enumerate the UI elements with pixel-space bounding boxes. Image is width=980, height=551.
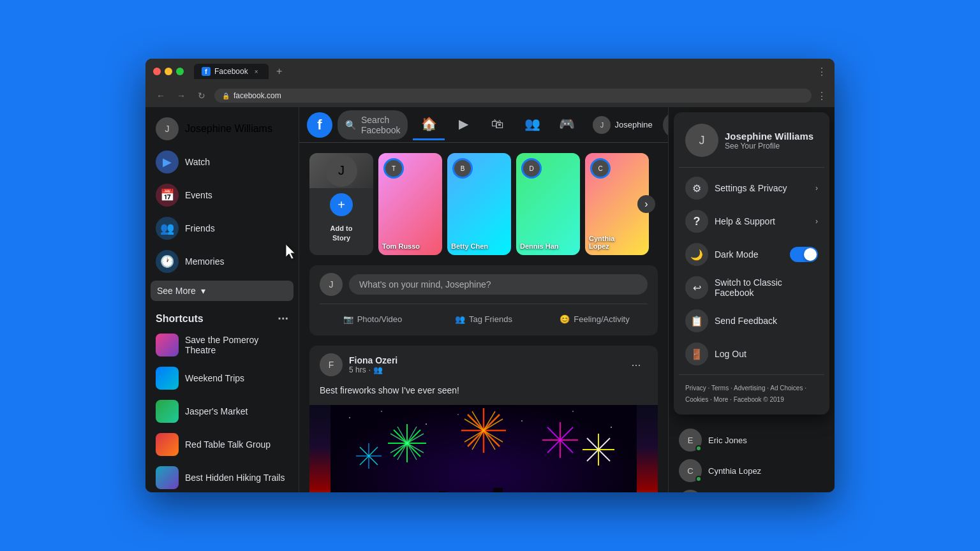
stories-next-button[interactable]: › [637, 195, 655, 213]
story-name: CynthiaLopez [589, 235, 645, 250]
post-user-info: Fiona Ozeri 5 hrs · 👥 [349, 355, 618, 374]
sidebar-user-item[interactable]: J Josephine Williams [151, 112, 293, 145]
shortcut-item[interactable]: Weekend Trips [151, 362, 293, 395]
shortcut-item[interactable]: Best Hidden Hiking Trails [151, 461, 293, 492]
tab-title: Facebook [214, 67, 248, 76]
friends-icon: 👥 [156, 217, 179, 240]
shortcut-label: Weekend Trips [185, 373, 244, 383]
fb-app: J Josephine Williams ▶ Watch 📅 Events 👥 … [145, 107, 835, 492]
shortcut-label: Best Hidden Hiking Trails [185, 473, 285, 483]
fb-logo-button[interactable]: f [307, 112, 332, 138]
shortcut-label: Jasper's Market [185, 406, 248, 416]
shortcut-item[interactable]: Save the Pomeroy Theatre [151, 328, 293, 362]
shortcuts-more-button[interactable]: ··· [278, 311, 288, 326]
nav-tab-gaming[interactable]: 🎮 [551, 110, 583, 140]
post-more-button[interactable]: ··· [625, 353, 648, 376]
browser-chrome: f Facebook × + ⋮ ← → ↻ 🔒 facebook.com ⋮ [145, 59, 835, 107]
dark-mode-item[interactable]: 🌙 Dark Mode [679, 238, 824, 271]
add-story-card[interactable]: J + Add toStory [309, 153, 373, 255]
send-feedback-item[interactable]: 📋 Send Feedback [679, 304, 824, 337]
dropdown-divider [679, 167, 824, 168]
svg-point-4 [457, 414, 459, 415]
settings-privacy-label: Settings & Privacy [715, 183, 809, 193]
shortcut-item[interactable]: Jasper's Market [151, 395, 293, 428]
log-out-label: Log Out [715, 349, 818, 359]
footer-copyright: Facebook © 2019 [734, 396, 784, 403]
address-bar[interactable]: 🔒 facebook.com [214, 89, 812, 103]
footer-more[interactable]: More [713, 396, 728, 403]
minimize-traffic-light[interactable] [165, 68, 172, 75]
post-card: F Fiona Ozeri 5 hrs · 👥 ··· Best firewor… [309, 346, 658, 492]
watch-icon: ▶ [156, 151, 179, 173]
contact-item[interactable]: E Eric Jones [674, 425, 829, 455]
close-traffic-light[interactable] [153, 68, 161, 75]
see-more-button[interactable]: See More ▾ [151, 281, 293, 301]
post-input[interactable]: What's on your mind, Josephine? [349, 274, 648, 295]
story-card[interactable]: B Betty Chen [447, 153, 511, 255]
nav-tab-groups[interactable]: 👥 [516, 110, 548, 140]
dot-separator: · [369, 365, 371, 374]
dropdown-user-item[interactable]: J Josephine Williams See Your Profile [679, 117, 824, 163]
footer-ad-choices[interactable]: Ad Choices [770, 385, 803, 392]
main-feed: f 🔍 Search Facebook 🏠 ▶ 🛍 👥 🎮 J Josephin… [299, 107, 669, 492]
browser-options-button[interactable]: ⋮ [817, 90, 827, 102]
shortcut-item[interactable]: Red Table Talk Group [151, 428, 293, 461]
contact-name: Eric Jones [708, 436, 747, 445]
contact-item[interactable]: C Cynthia Lopez [674, 455, 829, 486]
contact-avatar: C [679, 459, 702, 482]
sidebar-item-memories[interactable]: 🕐 Memories [151, 245, 293, 278]
footer-privacy[interactable]: Privacy [685, 385, 706, 392]
svg-point-1 [349, 417, 350, 418]
post-text: Best fireworks show I've ever seen! [309, 384, 658, 405]
story-name: Dennis Han [520, 242, 576, 250]
back-button[interactable]: ← [153, 88, 168, 103]
sidebar-item-friends[interactable]: 👥 Friends [151, 212, 293, 245]
maximize-traffic-light[interactable] [176, 68, 184, 75]
contact-item[interactable]: B Betty Chen [674, 486, 829, 492]
help-support-item[interactable]: ? Help & Support › [679, 205, 824, 238]
sidebar-item-watch[interactable]: ▶ Watch [151, 145, 293, 179]
user-nav-button[interactable]: J Josephine [588, 114, 657, 136]
footer-cookies[interactable]: Cookies [685, 396, 708, 403]
forward-button[interactable]: → [174, 88, 189, 103]
search-bar[interactable]: 🔍 Search Facebook [338, 110, 408, 140]
search-placeholder: Search Facebook [361, 115, 400, 135]
see-more-label: See More [157, 286, 196, 296]
footer-links: Privacy · Terms · Advertising · Ad Choic… [679, 379, 824, 409]
nav-tab-home[interactable]: 🏠 [413, 110, 445, 140]
online-indicator [695, 445, 702, 452]
story-name: Tom Russo [382, 242, 438, 250]
dark-mode-toggle-switch[interactable] [790, 247, 818, 262]
tab-close-button[interactable]: × [252, 67, 261, 76]
photo-video-button[interactable]: 📷 Photo/Video [320, 311, 426, 328]
tag-friends-label: Tag Friends [469, 314, 512, 324]
shortcuts-title: Shortcuts [156, 313, 204, 325]
story-card[interactable]: D Dennis Han [516, 153, 580, 255]
svg-rect-75 [493, 488, 503, 492]
nav-tab-watch[interactable]: ▶ [447, 110, 479, 140]
dropdown-user-name: Josephine Williams [725, 131, 813, 142]
browser-more-button[interactable]: ⋮ [817, 66, 827, 78]
footer-advertising[interactable]: Advertising [734, 385, 765, 392]
reload-button[interactable]: ↻ [194, 88, 209, 103]
classic-icon: ↩ [685, 276, 708, 299]
feed-content: J + Add toStory T Tom Ru [299, 143, 668, 492]
log-out-item[interactable]: 🚪 Log Out [679, 337, 824, 371]
add-story-label: Add toStory [330, 224, 353, 242]
sidebar-item-events[interactable]: 📅 Events [151, 179, 293, 212]
nav-tab-marketplace[interactable]: 🛍 [482, 110, 514, 140]
footer-terms[interactable]: Terms [711, 385, 729, 392]
memories-icon: 🕐 [156, 250, 179, 273]
tag-friends-button[interactable]: 👥 Tag Friends [431, 311, 537, 328]
svg-point-2 [381, 411, 382, 412]
active-tab[interactable]: f Facebook × [194, 64, 269, 79]
story-card[interactable]: T Tom Russo [378, 153, 442, 255]
settings-privacy-item[interactable]: ⚙ Settings & Privacy › [679, 172, 824, 205]
add-action-button[interactable]: + [663, 112, 669, 138]
feeling-activity-button[interactable]: 😊 Feeling/Activity [542, 311, 648, 328]
new-tab-button[interactable]: + [272, 64, 286, 78]
classic-facebook-item[interactable]: ↩ Switch to Classic Facebook [679, 271, 824, 304]
lock-icon: 🔒 [222, 92, 230, 99]
right-panel: J Josephine Williams See Your Profile ⚙ … [669, 107, 835, 492]
photo-video-label: Photo/Video [357, 314, 403, 324]
